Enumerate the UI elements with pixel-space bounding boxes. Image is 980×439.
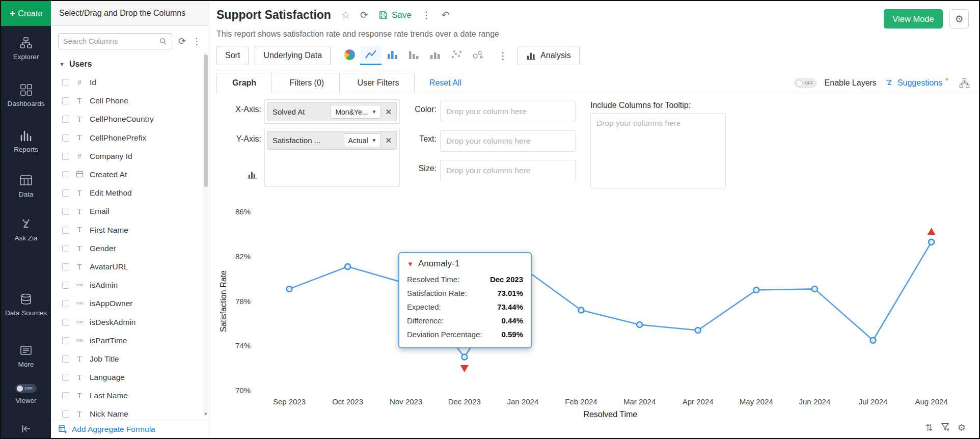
- column-checkbox[interactable]: [62, 374, 69, 381]
- bar-chart-icon[interactable]: [382, 46, 403, 65]
- column-checkbox[interactable]: [62, 116, 69, 123]
- column-checkbox[interactable]: [62, 153, 69, 160]
- data-point-marker[interactable]: [870, 338, 876, 343]
- grouped-bar-chart-icon[interactable]: [424, 46, 446, 65]
- column-item-edit-method[interactable]: TEdit Method: [51, 184, 202, 202]
- scrollbar-down-arrow[interactable]: ▼: [203, 411, 208, 417]
- viewer-off-toggle[interactable]: OFF: [15, 384, 37, 393]
- tab-graph[interactable]: Graph: [216, 73, 272, 93]
- scrollbar-thumb[interactable]: [204, 54, 208, 187]
- stacked-bar-chart-icon[interactable]: [403, 46, 424, 65]
- tab-filters[interactable]: Filters (0): [275, 73, 340, 93]
- column-checkbox[interactable]: [62, 392, 69, 399]
- tooltip-columns-drop-zone[interactable]: Drop your columns here: [590, 113, 726, 188]
- column-item-company-id[interactable]: #Company Id: [51, 147, 202, 166]
- data-point-marker[interactable]: [287, 286, 292, 292]
- column-item-created-at[interactable]: Created At: [51, 166, 202, 184]
- settings-gear-button[interactable]: ⚙: [949, 9, 969, 29]
- column-checkbox[interactable]: [62, 134, 69, 142]
- sidebar-item-more[interactable]: More: [1, 344, 51, 369]
- x-axis-option-dropdown[interactable]: Mon&Ye... ▼: [331, 105, 381, 119]
- create-button[interactable]: + Create: [1, 1, 51, 26]
- column-item-isdeskadmin[interactable]: Y/NisDeskAdmin: [51, 313, 202, 331]
- column-checkbox[interactable]: [62, 337, 69, 344]
- tab-user-filters[interactable]: User Filters: [342, 73, 415, 93]
- axis-settings-icon[interactable]: [247, 169, 258, 181]
- text-drop-zone[interactable]: Drop your columns here: [440, 130, 576, 152]
- column-checkbox[interactable]: [62, 263, 69, 270]
- y-axis-shelf[interactable]: Satisfaction ... Actual ▼ ✕: [264, 128, 400, 187]
- column-item-isadmin[interactable]: Y/NisAdmin: [51, 276, 202, 294]
- column-checkbox[interactable]: [62, 355, 69, 363]
- column-item-id[interactable]: #Id: [51, 73, 202, 92]
- line-chart-icon[interactable]: [360, 46, 382, 65]
- filter-funnel-icon[interactable]: [941, 423, 950, 433]
- sidebar-item-ask-zia[interactable]: ZAsk Zia: [1, 218, 51, 243]
- data-point-marker[interactable]: [695, 327, 701, 333]
- column-item-cell-phone[interactable]: TCell Phone: [51, 92, 202, 110]
- scatter-chart-icon[interactable]: [446, 46, 467, 65]
- view-mode-button[interactable]: View Mode: [884, 9, 943, 29]
- sidebar-item-viewer[interactable]: OFFViewer: [1, 384, 51, 405]
- chart-settings-gear-icon[interactable]: ⚙: [958, 423, 966, 432]
- sidebar-item-explorer[interactable]: Explorer: [1, 37, 51, 62]
- column-item-cellphonecountry[interactable]: TCellPhoneCountry: [51, 110, 202, 128]
- refresh-columns-icon[interactable]: ⟳: [178, 37, 186, 46]
- remove-y-column-icon[interactable]: ✕: [385, 136, 392, 145]
- data-point-marker[interactable]: [637, 322, 642, 327]
- column-item-isparttime[interactable]: Y/NisPartTime: [51, 332, 202, 350]
- x-axis-shelf[interactable]: Solved At Mon&Ye... ▼ ✕: [264, 99, 400, 124]
- anomaly-marker-up[interactable]: [928, 228, 936, 235]
- analysis-button[interactable]: Analysis: [518, 46, 580, 65]
- column-checkbox[interactable]: [62, 97, 69, 104]
- column-checkbox[interactable]: [62, 79, 69, 86]
- search-box[interactable]: [58, 33, 172, 49]
- data-point-marker[interactable]: [345, 264, 350, 269]
- refresh-report-icon[interactable]: ⟳: [360, 10, 368, 20]
- remove-x-column-icon[interactable]: ✕: [385, 107, 392, 117]
- bubble-chart-icon[interactable]: [467, 46, 488, 65]
- column-checkbox[interactable]: [62, 282, 69, 289]
- underlying-data-button[interactable]: Underlying Data: [255, 46, 331, 65]
- report-kebab-icon[interactable]: ⋮: [422, 10, 431, 20]
- y-axis-chip[interactable]: Satisfaction ... Actual ▼ ✕: [267, 131, 397, 150]
- layout-hierarchy-icon[interactable]: [959, 78, 970, 88]
- search-input[interactable]: [63, 37, 159, 45]
- column-item-job-title[interactable]: TJob Title: [51, 350, 202, 368]
- column-item-gender[interactable]: TGender: [51, 239, 202, 258]
- column-checkbox[interactable]: [62, 208, 69, 215]
- sort-button[interactable]: Sort: [216, 46, 249, 65]
- sidebar-item-dashboards[interactable]: Dashboards: [1, 84, 51, 108]
- more-chart-types-kebab-icon[interactable]: ⋮: [495, 50, 511, 62]
- sidebar-collapse-button[interactable]: [1, 424, 51, 434]
- x-axis-chip[interactable]: Solved At Mon&Ye... ▼ ✕: [267, 102, 397, 121]
- suggestions-button[interactable]: Z Suggestions ✦: [885, 78, 951, 88]
- reset-all-link[interactable]: Reset All: [429, 73, 461, 93]
- column-item-avatarurl[interactable]: TAvatarURL: [51, 258, 202, 276]
- y-axis-option-dropdown[interactable]: Actual ▼: [344, 133, 382, 147]
- column-item-language[interactable]: TLanguage: [51, 368, 202, 387]
- column-item-first-name[interactable]: TFirst Name: [51, 221, 202, 239]
- column-item-nick-name[interactable]: TNick Name: [51, 405, 202, 418]
- sidebar-item-data[interactable]: Data: [1, 174, 51, 199]
- enable-layers-toggle[interactable]: OFF: [794, 78, 816, 88]
- data-point-marker[interactable]: [812, 286, 818, 292]
- sort-order-icon[interactable]: ⇅: [925, 423, 933, 432]
- sidebar-item-data-sources[interactable]: Data Sources: [1, 293, 51, 318]
- column-checkbox[interactable]: [62, 410, 69, 418]
- table-group-users[interactable]: ▼ Users: [51, 54, 209, 71]
- column-checkbox[interactable]: [62, 300, 69, 307]
- column-checkbox[interactable]: [62, 189, 69, 197]
- data-point-marker[interactable]: [579, 308, 584, 313]
- column-checkbox[interactable]: [62, 227, 69, 234]
- anomaly-marker-down[interactable]: [460, 365, 469, 372]
- data-point-marker[interactable]: [461, 354, 467, 360]
- chart-area[interactable]: 70%74%78%82%86%Satisfaction RateSep 2023…: [215, 201, 976, 428]
- data-point-marker[interactable]: [753, 287, 759, 293]
- column-item-isappowner[interactable]: Y/NisAppOwner: [51, 294, 202, 313]
- add-aggregate-formula-button[interactable]: Add Aggregate Formula: [51, 420, 209, 438]
- columns-scrollbar[interactable]: ▼: [203, 52, 208, 416]
- columns-menu-kebab-icon[interactable]: ⋮: [192, 37, 201, 46]
- data-point-marker[interactable]: [929, 239, 934, 245]
- column-item-last-name[interactable]: TLast Name: [51, 387, 202, 405]
